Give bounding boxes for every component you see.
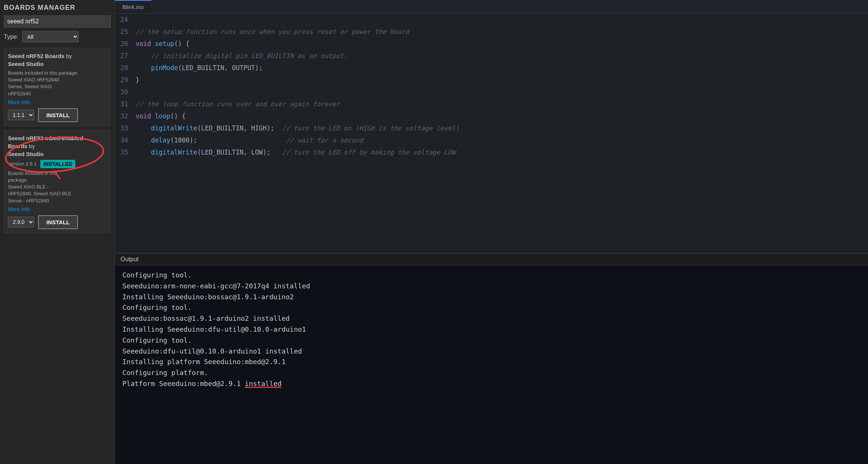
right-panel: Blink.ino 24 25 // the setup function ru… bbox=[115, 0, 868, 464]
board-description-2: Boards included in thispackage:Seeed XIA… bbox=[8, 170, 107, 204]
output-line-5: Seeeduino:bossac@1.9.1-arduino2 installe… bbox=[122, 313, 860, 324]
board-card-1: Seeed nRF52 Boards by Seeed Studio Board… bbox=[4, 48, 111, 126]
search-input[interactable] bbox=[4, 15, 111, 28]
code-line-24: 24 bbox=[115, 14, 868, 26]
code-line-26: 26 void setup() { bbox=[115, 38, 868, 50]
output-line-1: Configuring tool. bbox=[122, 270, 860, 281]
board-actions-1: 1.1.1 INSTALL bbox=[8, 108, 107, 122]
type-select[interactable]: All bbox=[22, 31, 79, 42]
code-line-32: 32 void loop() { bbox=[115, 110, 868, 122]
type-label: Type: bbox=[4, 34, 18, 40]
installed-badge: INSTALLED bbox=[40, 160, 76, 168]
version-label-2: Version 2.9.1 bbox=[8, 161, 37, 167]
code-content: 24 25 // the setup function runs once wh… bbox=[115, 14, 868, 158]
output-line-7: Configuring tool. bbox=[122, 335, 860, 346]
installed-underline: installed bbox=[245, 380, 282, 387]
board-name-1: Seeed nRF52 Boards by Seeed Studio bbox=[8, 52, 107, 68]
code-line-27: 27 // initialize digital pin LED_BUILTIN… bbox=[115, 50, 868, 62]
code-line-30: 30 bbox=[115, 86, 868, 98]
code-line-25: 25 // the setup function runs once when … bbox=[115, 26, 868, 38]
code-line-29: 29 } bbox=[115, 74, 868, 86]
boards-manager-panel: BOARDS MANAGER Type: All Seeed nRF52 Boa… bbox=[0, 0, 115, 464]
output-line-6: Installing Seeeduino:dfu-util@0.10.0-ard… bbox=[122, 324, 860, 335]
more-info-link-2[interactable]: More info bbox=[8, 206, 107, 212]
output-panel: Output Configuring tool. Seeeduino:arm-n… bbox=[115, 253, 868, 464]
code-line-28: 28 pinMode(LED_BUILTIN, OUTPUT); bbox=[115, 62, 868, 74]
board-name-2: Seeed nRF52 mbed-enabledBoards by Seeed … bbox=[8, 134, 107, 158]
output-header: Output bbox=[115, 254, 868, 265]
install-button-2[interactable]: INSTALL bbox=[38, 215, 78, 229]
type-filter-row: Type: All bbox=[4, 31, 111, 42]
tab-bar: Blink.ino bbox=[115, 0, 868, 14]
output-line-3: Installing Seeeduino:bossac@1.9.1-arduin… bbox=[122, 292, 860, 303]
editor-tab-blink[interactable]: Blink.ino bbox=[115, 0, 151, 13]
version-select-1[interactable]: 1.1.1 bbox=[8, 110, 34, 120]
version-select-2[interactable]: 2.9.0 bbox=[8, 217, 34, 227]
more-info-link-1[interactable]: More info bbox=[8, 99, 107, 105]
output-line-4: Configuring tool. bbox=[122, 302, 860, 313]
board-description-1: Boards included in this package:Seeed XI… bbox=[8, 70, 107, 97]
code-line-34: 34 delay(1000); // wait for a second bbox=[115, 134, 868, 146]
code-line-35: 35 digitalWrite(LED_BUILTIN, LOW); // tu… bbox=[115, 146, 868, 158]
boards-manager-title: BOARDS MANAGER bbox=[4, 4, 111, 12]
board-card-2: Seeed nRF52 mbed-enabledBoards by Seeed … bbox=[4, 130, 111, 233]
code-editor: Blink.ino 24 25 // the setup function ru… bbox=[115, 0, 868, 253]
output-line-9: Installing platform Seeeduino:mbed@2.9.1 bbox=[122, 357, 860, 368]
board-actions-2: 2.9.0 INSTALL bbox=[8, 215, 107, 229]
output-content: Configuring tool. Seeeduino:arm-none-eab… bbox=[115, 265, 868, 394]
install-button-1[interactable]: INSTALL bbox=[38, 108, 78, 122]
search-wrapper bbox=[4, 15, 111, 28]
output-line-2: Seeeduino:arm-none-eabi-gcc@7-2017q4 ins… bbox=[122, 281, 860, 292]
output-line-8: Seeeduino:dfu-util@0.10.0-arduino1 insta… bbox=[122, 346, 860, 357]
output-line-10: Configuring platform. bbox=[122, 368, 860, 378]
code-line-33: 33 digitalWrite(LED_BUILTIN, HIGH); // t… bbox=[115, 122, 868, 134]
output-line-11: Platform Seeeduino:mbed@2.9.1 installed bbox=[122, 378, 860, 389]
code-line-31: 31 // the loop function runs over and ov… bbox=[115, 98, 868, 110]
